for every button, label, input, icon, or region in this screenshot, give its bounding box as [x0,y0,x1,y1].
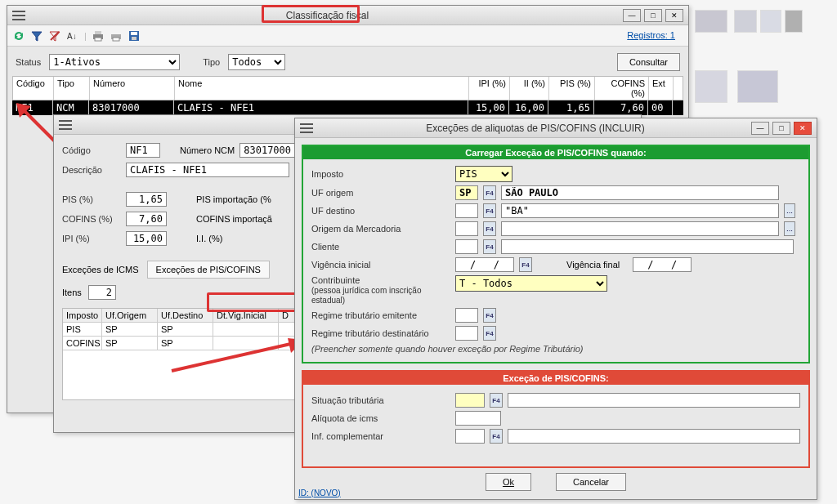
cell-pis: 1,65 [548,100,594,115]
grid-row-selected[interactable]: NF1 NCM 83017000 CLAFIS - NFE1 15,00 16,… [12,100,683,115]
menu-icon[interactable] [12,11,25,20]
titlebar-dialog[interactable]: Exceções de aliquotas de PIS/COFINS (INC… [295,118,817,138]
ellipsis-icon[interactable]: … [784,203,795,218]
f4-icon[interactable]: F4 [483,203,496,218]
contrib-select[interactable]: T - Todos [455,275,607,292]
filter-clear-icon[interactable] [48,29,61,42]
imposto-label: Imposto [311,169,450,179]
f4-icon[interactable]: F4 [483,221,496,236]
registros-link[interactable]: Registros: 1 [627,30,675,40]
panel2-title: Exceção de PIS/COFINS: [303,372,808,385]
menu-icon[interactable] [59,120,72,130]
sittrib-desc-field[interactable] [508,393,800,408]
window-title: Classificação fiscal [32,10,623,21]
filter-icon[interactable] [30,29,43,42]
minimize-button[interactable]: — [751,122,769,135]
ufo-code-field[interactable] [455,185,478,200]
regdest-field[interactable] [455,326,478,341]
cell-codigo: NF1 [12,100,53,115]
ihdr-dtv[interactable]: Dt.Vig.Inicial [213,309,279,323]
itens-field[interactable] [88,285,116,300]
maximize-button[interactable]: □ [772,122,790,135]
ihdr-imposto[interactable]: Imposto [63,309,102,323]
cell-tipo: NCM [53,100,89,115]
col-ii[interactable]: II (%) [510,77,549,100]
col-numero[interactable]: Número [90,77,175,100]
col-cofins[interactable]: COFINS (%) [595,77,649,100]
codigo-field[interactable] [126,143,160,158]
ufo-name-field[interactable] [501,185,779,200]
cell-ii: 16,00 [509,100,548,115]
cofinsimp-label: COFINS importaçã [196,214,272,224]
consultar-button[interactable]: Consultar [617,53,680,71]
pisimp-label: PIS importação (% [196,194,271,204]
ncm-label: Número NCM [180,145,235,155]
toolbar: A↓ | [7,25,688,47]
titlebar[interactable]: Classificação fiscal — □ ✕ [7,6,688,25]
col-ipi[interactable]: IPI (%) [469,77,510,100]
sittrib-field[interactable] [455,393,485,408]
ihdr-ufo[interactable]: Uf.Origem [102,309,158,323]
infcompl-field[interactable] [455,429,485,444]
aliqicms-field[interactable] [455,411,501,426]
close-button[interactable]: ✕ [794,122,812,135]
f4-icon[interactable]: F4 [490,393,503,408]
note: (Preencher somente quando houver exceção… [311,344,800,354]
menu-icon[interactable] [300,123,313,133]
f4-icon[interactable]: F4 [519,257,532,272]
f4-icon[interactable]: F4 [490,429,503,444]
svg-rect-4 [95,38,101,41]
regemi-field[interactable] [455,308,478,323]
print2-icon[interactable] [110,29,123,42]
cell-nome: CLAFIS - NFE1 [174,100,468,115]
col-tipo[interactable]: Tipo [54,77,90,100]
close-button[interactable]: ✕ [665,9,683,22]
f4-icon[interactable]: F4 [483,326,496,341]
cliente-name-field[interactable] [501,239,794,254]
ihdr-ufd[interactable]: Uf.Destino [158,309,213,323]
filter-row: Status 1-Ativos Tipo Todos Consultar [7,47,688,76]
tab-icms-label: Exceções de ICMS [62,265,139,274]
refresh-icon[interactable] [12,29,25,42]
col-pis[interactable]: PIS (%) [549,77,595,100]
col-nome[interactable]: Nome [175,77,469,100]
status-select[interactable]: 1-Ativos [49,54,180,70]
imposto-select[interactable]: PIS [455,166,512,182]
descricao-field[interactable] [126,163,289,177]
contrib-label: Contribuinte (pessoa jurídica com inscri… [311,275,450,305]
infcompl-desc-field[interactable] [508,429,800,444]
col-ext[interactable]: Ext [649,77,674,100]
maximize-button[interactable]: □ [644,9,662,22]
f4-icon[interactable]: F4 [483,308,496,323]
ok-button[interactable]: Ok [486,473,531,491]
sort-icon[interactable]: A↓ [66,29,79,42]
orimerc-code-field[interactable] [455,221,478,236]
svg-rect-8 [131,32,137,35]
vigini-field[interactable] [455,257,514,272]
cliente-code-field[interactable] [455,239,478,254]
regemi-label: Regime tributário emitente [311,310,450,320]
cell-cofins: 7,60 [594,100,648,115]
save-icon[interactable] [128,29,141,42]
print-icon[interactable] [92,29,105,42]
codigo-label: Código [62,145,121,155]
itens-label: Itens [62,288,82,297]
svg-line-0 [51,32,59,40]
col-codigo[interactable]: Código [13,77,54,100]
f4-icon[interactable]: F4 [483,185,496,200]
cancelar-button[interactable]: Cancelar [556,473,626,491]
ufd-code-field[interactable] [455,203,478,218]
f4-icon[interactable]: F4 [483,239,496,254]
pis-field[interactable] [126,192,167,207]
sittrib-label: Situação tributária [311,395,450,405]
vigfim-field[interactable] [633,257,692,272]
ufd-name-field[interactable] [501,203,779,218]
ellipsis-icon[interactable]: … [784,221,795,236]
tipo-select[interactable]: Todos [228,54,285,70]
orimerc-name-field[interactable] [501,221,779,236]
minimize-button[interactable]: — [623,9,641,22]
ipi-field[interactable] [126,231,167,246]
ihdr-ext[interactable]: D [279,309,295,323]
cofins-field[interactable] [126,212,167,226]
tab-piscofins[interactable]: Exceções de PIS/COFINS [147,261,270,279]
